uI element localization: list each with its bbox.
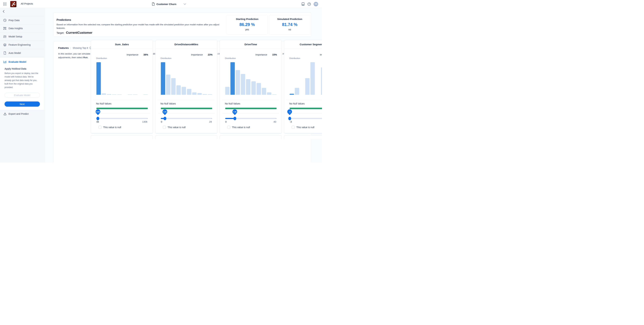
breadcrumb-all-projects[interactable]: All Projects [21,2,33,5]
features-title: Features [58,46,69,49]
feature-tile-header: Sum_Sales [91,40,153,49]
simulated-prediction-outcome: no [269,28,310,31]
null-value-checkbox[interactable] [163,126,166,129]
no-null-values-label: No Null Values [160,102,176,105]
starting-prediction-label: Starting Prediction [227,18,268,20]
slider-min-label: 0 [161,120,162,123]
importance-row: Importance 15% [256,53,277,56]
sidebar-item-label: Export and Predict [8,112,28,115]
importance-row: Importance 14% [320,53,322,56]
next-row-tile-top [220,135,282,139]
next-row-tile-top [155,135,217,139]
null-values-bar [290,108,322,109]
distribution-histogram [96,62,148,95]
slider-min-label: 0k [96,120,99,123]
slider-handle[interactable] [288,117,291,120]
nodes-icon [3,27,6,30]
feature-tile-drivetime: DriveTime Importance 15% Distribution No… [220,40,282,133]
importance-value: 15% [272,53,277,56]
app-window: All Projects Customer Churn [0,0,322,162]
slider-track[interactable] [225,118,276,119]
sidebar-item-label: Feature Engineering [8,44,30,46]
sidebar-item-label: Model Setup [8,35,22,38]
layers-icon [3,43,6,46]
document-title: Customer Churn [156,3,176,6]
sidebar-item-model-setup[interactable]: Model Setup [0,32,44,41]
no-null-values-label: No Null Values [96,102,112,105]
slider-handle[interactable] [96,117,99,120]
evaluate-model-button[interactable]: Evaluate Model [4,92,40,98]
document-switcher[interactable]: Customer Churn [152,0,186,8]
clock-icon [3,18,6,22]
starting-prediction-outcome: yes [227,28,268,31]
sidebar-item-feature-engineering[interactable]: Feature Engineering [0,41,44,49]
null-value-checkbox[interactable] [98,126,102,129]
next-button[interactable]: Next [4,102,40,107]
sidebar-menu: Prep Data Data Insights [0,16,44,57]
null-value-checkbox[interactable] [227,126,230,129]
importance-row: Importance 23% [191,53,212,56]
sidebar-item-label: Prep Data [8,19,20,22]
feature-name: Sum_Sales [115,43,129,46]
features-description-run: Run [83,56,88,59]
feature-name: Customer Segment Rank [300,43,322,46]
sidebar: Prep Data Data Insights [0,8,44,162]
starting-prediction-box: Starting Prediction 86.29 % yes [226,15,268,35]
download-icon [3,112,7,116]
slider-value-pin: 3.64k [96,109,100,114]
sidebar-item-export-and-predict[interactable]: Export and Predict [0,110,44,118]
separator: | [70,46,71,49]
feature-tile-drivedistancemiles: DriveDistanceMiles Importance 23% Distri… [155,40,217,133]
help-icon[interactable]: ? [308,2,311,6]
target-value: CurrentCustomer [66,31,92,34]
feature-tile-customer-segment-rank: Customer Segment Rank Importance 14% Dis… [284,40,322,133]
distribution-label: Distribution [160,57,172,60]
slider-handle[interactable] [164,117,166,120]
slider-min-label: -3 [290,120,292,123]
features-description-period: . [88,56,88,59]
main-content: Predictions Based on information from th… [44,8,322,162]
slider-track[interactable] [290,118,322,119]
sidebar-item-data-insights[interactable]: Data Insights [0,24,44,32]
importance-value: 23% [208,53,212,56]
svg-text:?: ? [308,3,310,5]
holdout-section-title: Apply Holdout Data [4,68,40,70]
feature-tile-header: DriveTime [220,40,282,49]
sliders-icon [3,35,6,38]
sidebar-item-label: Auto Model [8,52,21,54]
file-icon [3,51,6,55]
app-grid-icon[interactable] [3,2,7,6]
sidebar-item-auto-model[interactable]: Auto Model [0,49,44,57]
target-label: Target: [56,31,64,34]
predictions-card: Predictions Based on information from th… [53,12,311,37]
feature-tile-header: Customer Segment Rank [284,40,322,49]
feature-name: DriveDistanceMiles [174,43,198,46]
slider-max-label: 40 [274,120,276,123]
top-bar: All Projects Customer Churn [0,0,322,8]
docs-book-icon[interactable] [301,2,305,6]
null-value-checkbox-label: This value is null [296,126,314,128]
importance-label: Importance [191,53,203,56]
null-value-checkbox-label: This value is null [168,126,186,128]
slider-track[interactable] [161,118,212,119]
topbar-actions: ? VS [301,0,318,8]
slider-value-text: 3.64k [96,111,100,113]
app-logo-icon[interactable] [10,1,16,7]
simulated-prediction-box: Simulated Prediction 81.74 % no [269,15,310,35]
slider-handle[interactable] [234,117,236,120]
slider-value-pin: -3 [287,109,292,114]
showing-top-label: Showing Top 8 [72,46,88,49]
distribution-histogram [225,62,276,95]
avatar[interactable]: VS [314,2,318,6]
importance-row: Importance 38% [126,53,148,56]
sidebar-item-prep-data[interactable]: Prep Data [0,16,44,24]
slider-value-text: -3 [289,111,290,113]
null-values-bar [225,108,276,109]
null-value-checkbox[interactable] [292,126,295,129]
slider-track[interactable] [96,118,148,119]
importance-label: Importance [256,53,267,56]
collapse-sidebar-icon[interactable] [3,10,7,14]
distribution-label: Distribution [225,57,236,60]
no-null-values-label: No Null Values [225,102,240,105]
sidebar-item-evaluate-model[interactable]: Evaluate Model [0,58,44,66]
